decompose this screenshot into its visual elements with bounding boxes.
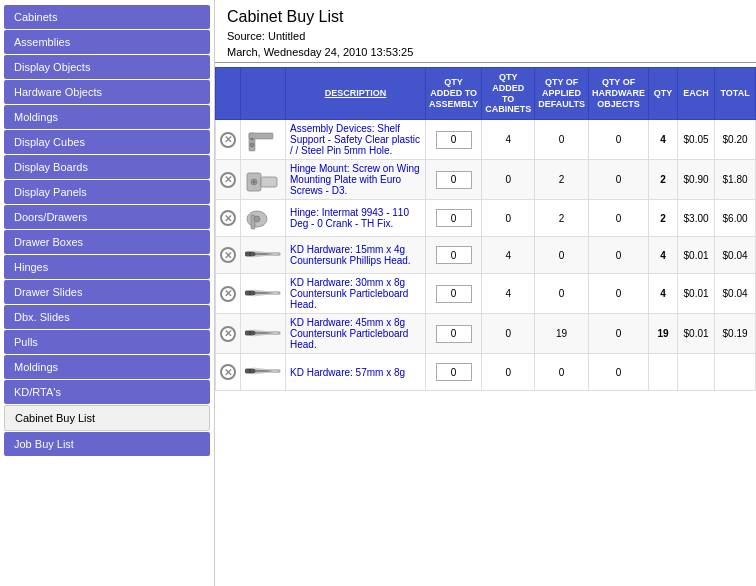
description-cell[interactable]: Assembly Devices: Shelf Support - Safety…: [286, 120, 426, 160]
item-image-cell: [241, 160, 286, 200]
remove-cell: ✕: [216, 314, 241, 354]
source-line2: March, Wednesday 24, 2010 13:53:25: [227, 46, 744, 58]
sidebar-item-display-panels[interactable]: Display Panels: [4, 180, 210, 204]
total-cell: $6.00: [715, 200, 756, 237]
qty-cabinets-cell: 4: [482, 120, 535, 160]
sidebar-item-moldings[interactable]: Moldings: [4, 105, 210, 129]
qty-total-cell: 4: [649, 120, 678, 160]
remove-button[interactable]: ✕: [220, 286, 236, 302]
each-cell: $0.01: [677, 237, 714, 274]
sidebar-item-job-buy-list[interactable]: Job Buy List: [4, 432, 210, 456]
qty-assembly-input[interactable]: [436, 285, 472, 303]
remove-button[interactable]: ✕: [220, 132, 236, 148]
description-cell[interactable]: Hinge: Intermat 9943 - 110 Deg - 0 Crank…: [286, 200, 426, 237]
total-cell: $0.04: [715, 274, 756, 314]
table-row: ✕ KD Hardware: 57mm x 8g000: [216, 354, 756, 391]
sidebar: CabinetsAssembliesDisplay ObjectsHardwar…: [0, 0, 215, 586]
qty-assembly-input[interactable]: [436, 171, 472, 189]
qty-assembly-input[interactable]: [436, 246, 472, 264]
qty-hardware-cell: 0: [589, 274, 649, 314]
table-row: ✕ Assembly Devices: Shelf Support - Safe…: [216, 120, 756, 160]
remove-button[interactable]: ✕: [220, 364, 236, 380]
buy-list-table: DESCRIPTION QTY ADDED TO ASSEMBLY QTY AD…: [215, 67, 756, 391]
table-row: ✕ KD Hardware: 15mm x 4g Countersunk Phi…: [216, 237, 756, 274]
sidebar-item-hinges[interactable]: Hinges: [4, 255, 210, 279]
sidebar-item-display-objects[interactable]: Display Objects: [4, 55, 210, 79]
qty-defaults-cell: 2: [535, 160, 589, 200]
sidebar-item-cabinet-buy-list[interactable]: Cabinet Buy List: [4, 405, 210, 431]
qty-assembly-input[interactable]: [436, 209, 472, 227]
qty-defaults-cell: 0: [535, 274, 589, 314]
svg-point-3: [251, 137, 254, 140]
sidebar-item-pulls[interactable]: Pulls: [4, 330, 210, 354]
remove-cell: ✕: [216, 354, 241, 391]
sidebar-item-moldings2[interactable]: Moldings: [4, 355, 210, 379]
qty-cabinets-cell: 4: [482, 274, 535, 314]
qty-defaults-cell: 0: [535, 237, 589, 274]
sidebar-item-display-cubes[interactable]: Display Cubes: [4, 130, 210, 154]
qty-total-cell: 4: [649, 274, 678, 314]
qty-defaults-cell: 2: [535, 200, 589, 237]
qty-total-cell: 2: [649, 160, 678, 200]
remove-cell: ✕: [216, 200, 241, 237]
remove-button[interactable]: ✕: [220, 247, 236, 263]
remove-cell: ✕: [216, 120, 241, 160]
description-cell[interactable]: Hinge Mount: Screw on Wing Mounting Plat…: [286, 160, 426, 200]
description-cell[interactable]: KD Hardware: 15mm x 4g Countersunk Phill…: [286, 237, 426, 274]
remove-button[interactable]: ✕: [220, 210, 236, 226]
qty-total-cell: 4: [649, 237, 678, 274]
description-cell[interactable]: KD Hardware: 45mm x 8g Countersunk Parti…: [286, 314, 426, 354]
remove-cell: ✕: [216, 237, 241, 274]
each-cell: $0.01: [677, 314, 714, 354]
qty-assembly-cell: [426, 354, 482, 391]
sidebar-item-cabinets[interactable]: Cabinets: [4, 5, 210, 29]
item-image-cell: [241, 200, 286, 237]
sidebar-item-drawer-slides[interactable]: Drawer Slides: [4, 280, 210, 304]
sidebar-item-dbx-slides[interactable]: Dbx. Slides: [4, 305, 210, 329]
qty-hardware-cell: 0: [589, 160, 649, 200]
col-qty-assembly: QTY ADDED TO ASSEMBLY: [426, 68, 482, 120]
qty-total-cell: [649, 354, 678, 391]
qty-assembly-cell: [426, 200, 482, 237]
each-cell: $0.05: [677, 120, 714, 160]
item-image-cell: [241, 314, 286, 354]
col-qty-hardware: QTY OF HARDWARE OBJECTS: [589, 68, 649, 120]
sidebar-item-display-boards[interactable]: Display Boards: [4, 155, 210, 179]
col-image: [241, 68, 286, 120]
table-area: DESCRIPTION QTY ADDED TO ASSEMBLY QTY AD…: [215, 63, 756, 586]
remove-button[interactable]: ✕: [220, 326, 236, 342]
table-row: ✕ KD Hardware: 45mm x 8g Countersunk Par…: [216, 314, 756, 354]
description-cell[interactable]: KD Hardware: 57mm x 8g: [286, 354, 426, 391]
remove-button[interactable]: ✕: [220, 172, 236, 188]
description-cell[interactable]: KD Hardware: 30mm x 8g Countersunk Parti…: [286, 274, 426, 314]
qty-hardware-cell: 0: [589, 314, 649, 354]
each-cell: $3.00: [677, 200, 714, 237]
source-line1: Source: Untitled: [227, 30, 744, 42]
total-cell: $0.04: [715, 237, 756, 274]
qty-assembly-input[interactable]: [436, 325, 472, 343]
main-content: Cabinet Buy List Source: Untitled March,…: [215, 0, 756, 586]
qty-assembly-input[interactable]: [436, 131, 472, 149]
item-image-cell: [241, 354, 286, 391]
page-title: Cabinet Buy List: [227, 8, 744, 26]
qty-assembly-cell: [426, 120, 482, 160]
col-qty-cabinets: QTY ADDED TO CABINETS: [482, 68, 535, 120]
each-cell: $0.90: [677, 160, 714, 200]
sidebar-item-kd-rta[interactable]: KD/RTA's: [4, 380, 210, 404]
qty-total-cell: 2: [649, 200, 678, 237]
qty-total-cell: 19: [649, 314, 678, 354]
remove-cell: ✕: [216, 160, 241, 200]
qty-assembly-cell: [426, 160, 482, 200]
col-description: DESCRIPTION: [286, 68, 426, 120]
sidebar-item-assemblies[interactable]: Assemblies: [4, 30, 210, 54]
qty-assembly-cell: [426, 274, 482, 314]
each-cell: $0.01: [677, 274, 714, 314]
sidebar-item-doors-drawers[interactable]: Doors/Drawers: [4, 205, 210, 229]
qty-assembly-input[interactable]: [436, 363, 472, 381]
svg-rect-5: [261, 177, 277, 187]
svg-point-10: [254, 216, 260, 222]
qty-hardware-cell: 0: [589, 200, 649, 237]
sidebar-item-hardware-objects[interactable]: Hardware Objects: [4, 80, 210, 104]
sidebar-item-drawer-boxes[interactable]: Drawer Boxes: [4, 230, 210, 254]
qty-cabinets-cell: 0: [482, 314, 535, 354]
